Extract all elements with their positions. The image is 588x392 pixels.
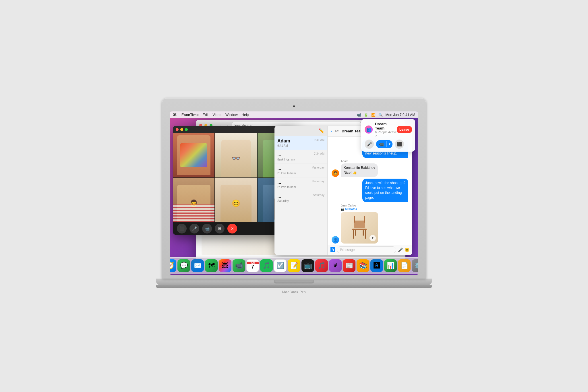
messages-left-header: ✏️ [274, 126, 327, 136]
laptop-notch [274, 280, 314, 283]
facetime-screen-share-button[interactable]: ⬛ [177, 224, 187, 233]
menubar: ⌘ FaceTime Edit Video Window Help 📹 🔋 📶 … [170, 111, 418, 118]
dock-icon-numbers[interactable]: 📊 [384, 259, 397, 272]
dock-icon-calendar[interactable]: JUN 7 [246, 259, 259, 272]
notif-group-name: Dream Team [375, 122, 397, 130]
dock-icon-photos[interactable]: 🖼 [219, 259, 231, 272]
dock-icon-sysprefs[interactable]: ⚙️ [412, 259, 418, 272]
dock-icon-safari[interactable]: 🧭 [170, 259, 176, 272]
dock-icon-appstore[interactable]: 🅰 [370, 259, 383, 272]
laptop-wrapper: ⌘ FaceTime Edit Video Window Help 📹 🔋 📶 … [162, 98, 426, 294]
list-item[interactable]: Yesterday ... I'd love to hear [274, 177, 327, 191]
menubar-window[interactable]: Window [225, 113, 238, 117]
dock-icon-pages[interactable]: 📄 [398, 259, 411, 272]
messages-sidebar: ✏️ 9:41 AM Adam 9:41 AM 7:34 AM ... thin… [274, 126, 328, 255]
notif-screen-share-button[interactable]: ⬛ [395, 140, 404, 149]
notif-video-dropdown[interactable]: ▼ [387, 140, 392, 148]
facetime-participant-2: 👓 [215, 133, 257, 177]
msg-time-3: Yesterday [312, 166, 324, 169]
msg-sender-label: Adam [341, 160, 378, 163]
dock-icon-messages[interactable]: 💬 [177, 259, 190, 272]
svg-rect-1 [352, 229, 367, 230]
menubar-video[interactable]: Video [212, 113, 221, 117]
dock-icon-news[interactable]: 📰 [343, 259, 355, 272]
dock-icon-notes[interactable]: 📝 [288, 259, 300, 272]
photo-message-bubble[interactable]: ⬆ [341, 212, 378, 244]
svg-rect-0 [354, 221, 365, 228]
facetime-end-call-button[interactable]: ✕ [227, 224, 237, 233]
calendar-day: 7 [251, 264, 254, 269]
macbook-label: MacBook Pro [282, 290, 306, 294]
dock-icon-music[interactable]: 🎵 [315, 259, 328, 272]
msg-bubble-sent-2: Juan, how'd the shoot go? I'd love to se… [362, 179, 408, 202]
compose-icon[interactable]: ✏️ [319, 128, 324, 134]
menubar-search-icon[interactable]: 🔍 [378, 113, 383, 117]
facetime-fullscreen[interactable] [185, 128, 188, 131]
share-icon[interactable]: ⬆ [370, 235, 376, 241]
facetime-camera-button[interactable]: 📹 [202, 224, 212, 233]
menubar-edit[interactable]: Edit [203, 113, 209, 117]
dock-icon-maps[interactable]: 🗺 [205, 259, 218, 272]
menubar-right: 📹 🔋 📶 🔍 Mon Jun 7 9:41 AM [357, 113, 415, 117]
facetime-mic-button[interactable]: 🎤 [189, 224, 199, 233]
notif-controls-row: 🎤 📹 ▼ ⬛ [365, 140, 412, 149]
msg-time-2: 7:34 AM [314, 152, 324, 155]
apps-icon[interactable]: 🅰 [330, 247, 335, 252]
avatar-adam: 🧑 [332, 169, 339, 177]
laptop-body: ⌘ FaceTime Edit Video Window Help 📹 🔋 📶 … [162, 98, 426, 279]
msg-time-1: 9:41 AM [314, 138, 324, 142]
dock-icon-reminders[interactable]: ☑️ [274, 259, 287, 272]
msg-sender-label-juan: Juan Carlos [341, 204, 378, 207]
notif-subtitle[interactable]: 6 People Active > [375, 130, 397, 137]
list-item[interactable]: Saturday ... Saturday [274, 191, 327, 205]
messages-input-area: 🅰 iMessage 🎤 🙂 [328, 245, 412, 255]
msg-preview-3: I'd love to hear [277, 172, 324, 175]
dock-icon-spotify[interactable]: 🎵 [260, 259, 273, 272]
notif-video-group: 📹 ▼ [376, 140, 392, 148]
notif-mic-button[interactable]: 🎤 [365, 140, 374, 149]
messages-chat-area[interactable]: We've been trying to get designs togethe… [328, 137, 412, 245]
facetime-participant-5: 😊 [215, 178, 257, 222]
msg-preview-1: 9:41 AM [277, 144, 324, 147]
dock-icon-ibooks[interactable]: 📚 [357, 259, 369, 272]
msg-bubble-received-1: Konstantin BabichevNice! 👍 [341, 163, 378, 177]
dock-icon-podcasts[interactable]: 🎙 [329, 259, 342, 272]
facetime-close[interactable] [176, 128, 179, 131]
notif-leave-button[interactable]: Leave [397, 126, 412, 133]
header-to-label: To: [335, 129, 339, 133]
message-row: 👤 Juan Carlos 📷 6 Photos [332, 204, 408, 244]
chair-illustration [349, 215, 370, 241]
facetime-screenshare2-button[interactable]: 🖥 [215, 224, 225, 233]
facetime-participant-1 [173, 133, 214, 177]
laptop-bottom [156, 279, 432, 285]
list-item[interactable]: Yesterday ... I'd love to hear [274, 164, 327, 177]
list-item[interactable]: 7:34 AM ... think I lost my [274, 150, 327, 164]
notif-video-button[interactable]: 📹 [376, 140, 386, 148]
menubar-left: ⌘ FaceTime Edit Video Window Help [173, 113, 249, 117]
audio-icon[interactable]: 🎤 [398, 248, 403, 252]
list-item[interactable]: 9:41 AM Adam 9:41 AM [274, 136, 327, 150]
imessage-input-field[interactable]: iMessage [337, 246, 396, 253]
dock-icon-mail[interactable]: ✉️ [191, 259, 204, 272]
facetime-participant-4: 👨 [173, 178, 214, 222]
menubar-camera-icon: 📹 [357, 113, 361, 117]
svg-rect-5 [363, 230, 364, 236]
camera-dot [293, 105, 295, 107]
back-icon[interactable]: ‹ [331, 129, 332, 133]
dock-icon-facetime[interactable]: 📹 [233, 259, 245, 272]
camera-bar [170, 103, 418, 109]
laptop-base [156, 285, 432, 288]
svg-rect-2 [353, 230, 354, 239]
avatar-juan: 👤 [332, 236, 339, 244]
notif-top-row: 👥 Dream Team 6 People Active > Leave [365, 122, 412, 137]
menubar-help[interactable]: Help [242, 113, 249, 117]
menubar-app-name[interactable]: FaceTime [181, 113, 199, 117]
screen: ⌘ FaceTime Edit Video Window Help 📹 🔋 📶 … [170, 111, 418, 275]
dock-icon-appletv[interactable]: 📺 [301, 259, 314, 272]
msg-time-4: Yesterday [312, 180, 324, 183]
facetime-minimize[interactable] [180, 128, 183, 131]
svg-rect-4 [355, 230, 356, 236]
emoji-icon[interactable]: 🙂 [405, 248, 409, 252]
message-row: 🧑 Adam Konstantin BabichevNice! 👍 [332, 160, 408, 177]
apple-logo-icon[interactable]: ⌘ [173, 113, 177, 117]
